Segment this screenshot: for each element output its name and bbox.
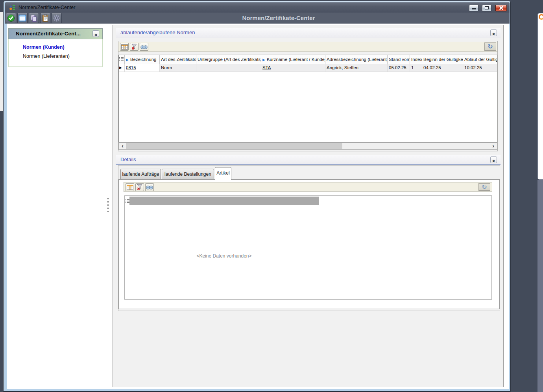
column-header-kurzname[interactable]: ▶Kurzname (Lieferant / Kunde) bbox=[261, 55, 325, 64]
sort-icon: ▶ bbox=[262, 58, 265, 62]
copy-button[interactable] bbox=[29, 13, 39, 23]
paste-button[interactable] bbox=[40, 13, 50, 23]
artikel-grid: <Keine Daten vorhanden> bbox=[124, 195, 492, 300]
column-label: Untergruppe (Art des Zertifikats) bbox=[198, 57, 261, 62]
grid-layout-button[interactable] bbox=[126, 183, 134, 191]
maximize-button[interactable] bbox=[482, 5, 491, 11]
close-button[interactable] bbox=[495, 5, 507, 11]
background-window-sliver-right bbox=[537, 13, 543, 180]
scrollbar-thumb[interactable] bbox=[126, 143, 342, 149]
table-icon bbox=[127, 185, 133, 190]
column-label: Bezeichnung bbox=[130, 57, 157, 62]
refresh-icon: ↻ bbox=[482, 184, 487, 190]
norms-collapse-button[interactable]: « bbox=[490, 29, 497, 36]
filter-remove-icon bbox=[131, 44, 137, 50]
column-chooser-button[interactable] bbox=[119, 55, 125, 64]
background-window-sliver-right-lower bbox=[537, 180, 543, 392]
column-header-stand-vom[interactable]: Stand vom bbox=[388, 55, 410, 64]
page-title: Normen/Zertifikate-Center bbox=[220, 13, 338, 24]
details-panel-body: laufende Aufträge laufende Bestellungen … bbox=[118, 165, 500, 311]
artikel-grid-toolbar: ↻ bbox=[124, 182, 492, 192]
cell-stand-vom: 05.02.25 bbox=[388, 64, 410, 72]
search-button[interactable] bbox=[145, 183, 154, 191]
column-header-art-des-zertifikats[interactable]: Art des Zertifikats bbox=[160, 55, 196, 64]
app-toolbar: Normen/Zertifikate-Center bbox=[5, 13, 510, 24]
cell-link-kurzname[interactable]: STA bbox=[262, 65, 271, 70]
clear-filter-button[interactable] bbox=[130, 43, 139, 51]
minimize-button[interactable] bbox=[469, 5, 478, 11]
settings-button[interactable] bbox=[52, 13, 62, 23]
empty-message: <Keine Daten vorhanden> bbox=[129, 253, 319, 259]
sidebar-item-normen-kunden[interactable]: Normen (Kunden) bbox=[23, 44, 65, 51]
cell-bezeichnung: 0815 bbox=[125, 64, 160, 72]
content-area: Normen/Zertifikate-Cent... « Normen (Kun… bbox=[7, 24, 509, 389]
scroll-left-button[interactable]: ‹ bbox=[119, 143, 126, 149]
tab-laufende-bestellungen[interactable]: laufende Bestellungen bbox=[162, 169, 214, 180]
refresh-icon: ↻ bbox=[488, 43, 493, 50]
titlebar: Normen/Zertifikate-Center bbox=[5, 2, 510, 13]
search-button[interactable] bbox=[140, 43, 148, 51]
copy-icon bbox=[30, 15, 37, 22]
window-icon bbox=[18, 15, 26, 22]
column-header-bezeichnung[interactable]: ▶Bezeichnung bbox=[125, 55, 160, 64]
confirm-icon bbox=[7, 14, 15, 22]
cell-kurzname: STA bbox=[261, 64, 325, 72]
cell-beginn: 04.02.25 bbox=[422, 64, 463, 72]
clear-filter-button[interactable] bbox=[135, 183, 144, 191]
cell-ablauf: 10.02.25 bbox=[463, 64, 497, 72]
gear-icon bbox=[53, 14, 61, 22]
minimize-icon bbox=[472, 8, 476, 9]
splitter-handle[interactable] bbox=[106, 198, 110, 224]
details-panel-header: Details « bbox=[116, 155, 501, 165]
column-chooser-icon bbox=[119, 56, 124, 61]
maximize-icon bbox=[485, 6, 489, 9]
sidebar-panel-title: Normen/Zertifikate-Cent... bbox=[16, 29, 81, 39]
sidebar-panel-header: Normen/Zertifikate-Cent... « bbox=[8, 28, 103, 39]
column-header-index[interactable]: Index bbox=[410, 55, 422, 64]
norms-grid-header: ▶Bezeichnung Art des Zertifikats Untergr… bbox=[119, 55, 497, 64]
norms-panel-title: ablaufende/abgelaufene Normen bbox=[120, 29, 195, 35]
scroll-right-button[interactable]: › bbox=[490, 143, 497, 149]
tab-laufende-auftraege[interactable]: laufende Aufträge bbox=[120, 169, 161, 180]
column-header-adressbezeichnung[interactable]: Adressbezeichnung (Lieferant) bbox=[325, 55, 388, 64]
window-title: Normen/Zertifikate-Center bbox=[18, 2, 76, 13]
column-label: Kurzname (Lieferant / Kunde) bbox=[267, 57, 325, 62]
column-label: Beginn der Gültigkeit bbox=[423, 57, 463, 62]
artikel-tab-content: ↻ bbox=[118, 179, 500, 309]
norms-panel-body: ↻ bbox=[118, 41, 498, 151]
table-row[interactable]: ▶ 0815 Norm STA Angrick, Steffen 05.02.2… bbox=[119, 64, 497, 72]
column-header-untergruppe[interactable]: Untergruppe (Art des Zertifikats) bbox=[196, 55, 261, 64]
sidebar: Normen (Kunden) Normen (Lieferanten) bbox=[8, 39, 103, 67]
cell-link-bezeichnung[interactable]: 0815 bbox=[126, 65, 136, 70]
collapse-icon: « bbox=[93, 33, 99, 36]
details-panel-title: Details bbox=[120, 156, 136, 162]
column-label: Ablauf der Gültigkeit bbox=[464, 57, 497, 62]
sidebar-item-normen-lieferanten[interactable]: Normen (Lieferanten) bbox=[23, 53, 70, 60]
binoculars-icon bbox=[140, 44, 148, 50]
collapse-icon: « bbox=[491, 33, 497, 35]
new-window-button[interactable] bbox=[17, 13, 28, 23]
close-icon bbox=[499, 5, 504, 11]
norms-grid-toolbar: ↻ bbox=[118, 42, 497, 52]
column-label: Stand vom bbox=[389, 57, 410, 62]
cell-untergruppe bbox=[196, 64, 261, 72]
refresh-button[interactable]: ↻ bbox=[478, 183, 490, 191]
refresh-button[interactable]: ↻ bbox=[484, 42, 496, 51]
main-panel: ablaufende/abgelaufene Normen « bbox=[113, 25, 504, 387]
collapse-icon: « bbox=[491, 160, 497, 162]
column-header-beginn-gueltigkeit[interactable]: Beginn der Gültigkeit bbox=[422, 55, 463, 64]
sidebar-collapse-button[interactable]: « bbox=[92, 30, 99, 37]
column-label: Index bbox=[411, 57, 422, 62]
background-app-logo-icon bbox=[539, 14, 543, 20]
norms-panel-header: ablaufende/abgelaufene Normen « bbox=[116, 28, 501, 38]
column-label: Adressbezeichnung (Lieferant) bbox=[327, 57, 388, 62]
tab-artikel[interactable]: Artikel bbox=[215, 167, 231, 180]
row-marker-icon: ▶ bbox=[119, 64, 125, 72]
column-header-ablauf-gueltigkeit[interactable]: Ablauf der Gültigkeit bbox=[463, 55, 497, 64]
details-collapse-button[interactable]: « bbox=[490, 156, 497, 163]
horizontal-scrollbar[interactable]: ‹ › bbox=[118, 142, 497, 150]
paste-icon bbox=[42, 14, 49, 22]
confirm-button[interactable] bbox=[6, 13, 16, 23]
grid-layout-button[interactable] bbox=[120, 43, 129, 51]
norms-grid: ▶Bezeichnung Art des Zertifikats Untergr… bbox=[118, 55, 497, 142]
